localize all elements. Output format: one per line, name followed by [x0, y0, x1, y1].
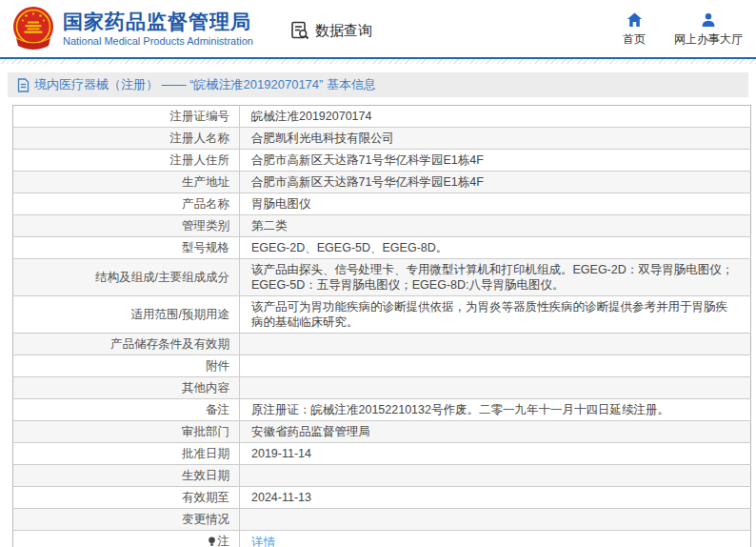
- table-row: 备注原注册证：皖械注准20152210132号作废。二零一九年十一月十四日延续注…: [13, 399, 751, 421]
- row-value: 合肥市高新区天达路71号华亿科学园E1栋4F: [240, 150, 751, 172]
- breadcrumb: 境内医疗器械（注册） —— “皖械注准20192070174” 基本信息: [8, 72, 748, 97]
- row-value: 该产品可为胃功能疾病的诊断提供依据，为胃炎等器质性疾病的诊断提供参考并用于胃肠疾…: [240, 296, 751, 334]
- row-label-text: 备注: [206, 403, 229, 416]
- document-icon: [17, 78, 30, 92]
- row-label: 注册人名称: [13, 128, 240, 150]
- table-row: 变更情况: [13, 509, 751, 531]
- row-label: 产品储存条件及有效期: [13, 334, 240, 355]
- row-value-text: 该产品可为胃功能疾病的诊断提供依据，为胃炎等器质性疾病的诊断提供参考并用于胃肠疾…: [251, 300, 727, 329]
- nav-label-home: 首页: [623, 31, 646, 48]
- table-row: 生产地址合肥市高新区天达路71号华亿科学园E1栋4F: [13, 172, 751, 193]
- row-label: 审批部门: [13, 421, 240, 443]
- row-label-text: 注册人名称: [170, 132, 230, 145]
- info-table-body: 注册证编号皖械注准20192070174注册人名称合肥凯利光电科技有限公司注册人…: [13, 106, 751, 547]
- table-row: 结构及组成/主要组成成分该产品由探头、信号处理卡、专用微型计算机和打印机组成。E…: [13, 259, 751, 296]
- table-row: 注详情: [13, 531, 751, 547]
- row-value: 详情: [240, 531, 751, 547]
- row-label: 型号规格: [13, 237, 240, 259]
- table-row: 注册人名称合肥凯利光电科技有限公司: [13, 128, 751, 150]
- table-row: 生效日期: [13, 465, 751, 487]
- site-header: 国家药品监督管理局 National Medical Products Admi…: [0, 0, 756, 57]
- row-label: 批准日期: [13, 443, 240, 465]
- row-label-text: 生产地址: [182, 175, 229, 189]
- table-row: 注册人住所合肥市高新区天达路71号华亿科学园E1栋4F: [13, 150, 751, 172]
- row-label: 其他内容: [13, 377, 240, 399]
- data-query-label: 数据查询: [315, 22, 372, 40]
- row-value-text: 第二类: [251, 219, 288, 233]
- row-label: 有效期至: [13, 487, 240, 509]
- row-label: 结构及组成/主要组成成分: [13, 259, 240, 296]
- row-value: 合肥凯利光电科技有限公司: [240, 128, 751, 150]
- row-label-text: 审批部门: [182, 425, 229, 438]
- row-value-text: 2024-11-13: [251, 491, 311, 504]
- row-value: 第二类: [240, 215, 751, 237]
- row-label: 注册人住所: [13, 150, 240, 172]
- row-label-text: 注册证编号: [170, 110, 230, 123]
- data-query-entry[interactable]: 数据查询: [289, 20, 372, 41]
- national-emblem-icon: [11, 6, 55, 53]
- row-label-text: 适用范围/预期用途: [131, 308, 229, 321]
- table-row: 其他内容: [13, 377, 751, 399]
- user-icon: [701, 11, 716, 28]
- table-row: 注册证编号皖械注准20192070174: [13, 106, 751, 128]
- row-label-text: 有效期至: [182, 491, 229, 504]
- nav-label-service-hall: 网上办事大厅: [674, 31, 743, 48]
- row-value: 该产品由探头、信号处理卡、专用微型计算机和打印机组成。EGEG-2D：双导胃肠电…: [240, 259, 751, 296]
- row-value-text: 合肥市高新区天达路71号华亿科学园E1栋4F: [251, 153, 484, 167]
- row-label: 变更情况: [13, 509, 240, 531]
- site-title-block: 国家药品监督管理局 National Medical Products Admi…: [63, 10, 253, 47]
- row-value-text: 安徽省药品监督管理局: [251, 425, 370, 438]
- row-label: 附件: [13, 355, 240, 377]
- row-value-text: 合肥市高新区天达路71号华亿科学园E1栋4F: [251, 175, 484, 189]
- row-value-text: 该产品由探头、信号处理卡、专用微型计算机和打印机组成。EGEG-2D：双导胃肠电…: [251, 263, 733, 292]
- table-row: 有效期至2024-11-13: [13, 487, 751, 509]
- row-label-text: 其他内容: [182, 381, 229, 395]
- home-icon: [627, 11, 643, 28]
- breadcrumb-text: 境内医疗器械（注册） —— “皖械注准20192070174” 基本信息: [34, 76, 376, 93]
- nav-item-service-hall[interactable]: 网上办事大厅: [674, 11, 743, 48]
- table-row: 管理类别第二类: [13, 215, 751, 237]
- row-value: EGEG-2D、EGEG-5D、EGEG-8D。: [240, 237, 751, 259]
- row-value: [240, 377, 751, 399]
- data-query-icon: [289, 20, 310, 41]
- row-label-text: 生效日期: [182, 469, 229, 482]
- row-value: 安徽省药品监督管理局: [240, 421, 751, 443]
- row-label-text: 管理类别: [182, 219, 229, 233]
- row-value: [240, 334, 751, 355]
- row-value: [240, 355, 751, 377]
- row-label-text: 附件: [206, 359, 229, 373]
- info-table: 注册证编号皖械注准20192070174注册人名称合肥凯利光电科技有限公司注册人…: [12, 105, 751, 547]
- table-row: 批准日期2019-11-14: [13, 443, 751, 465]
- table-row: 审批部门安徽省药品监督管理局: [13, 421, 751, 443]
- row-label-text: 产品储存条件及有效期: [110, 337, 229, 351]
- row-value-text: 2019-11-14: [251, 447, 311, 460]
- row-label: 备注: [13, 399, 240, 421]
- row-value: 合肥市高新区天达路71号华亿科学园E1栋4F: [240, 172, 751, 193]
- row-value: 皖械注准20192070174: [240, 106, 751, 128]
- site-title: 国家药品监督管理局: [63, 10, 253, 32]
- row-label-text: 结构及组成/主要组成成分: [95, 271, 229, 284]
- row-label-text: 批准日期: [182, 447, 229, 460]
- note-icon: [208, 536, 216, 547]
- row-label: 产品名称: [13, 193, 240, 215]
- row-value: 2024-11-13: [240, 487, 751, 509]
- table-row: 产品名称胃肠电图仪: [13, 193, 751, 215]
- site-subtitle: National Medical Products Administration: [63, 35, 253, 47]
- row-value: 胃肠电图仪: [240, 193, 751, 215]
- table-row: 适用范围/预期用途该产品可为胃功能疾病的诊断提供依据，为胃炎等器质性疾病的诊断提…: [13, 296, 751, 334]
- hatch-strip: [0, 59, 756, 64]
- row-value: 2019-11-14: [240, 443, 751, 465]
- row-label: 注: [13, 531, 240, 547]
- row-value-text: 原注册证：皖械注准20152210132号作废。二零一九年十一月十四日延续注册。: [251, 403, 669, 416]
- row-value: [240, 509, 751, 531]
- row-label: 生效日期: [13, 465, 240, 487]
- row-value-text: EGEG-2D、EGEG-5D、EGEG-8D。: [251, 241, 448, 254]
- detail-link[interactable]: 详情: [251, 536, 275, 547]
- nav-item-home[interactable]: 首页: [623, 11, 646, 48]
- row-label-text: 变更情况: [182, 513, 229, 526]
- row-label-text: 产品名称: [182, 197, 229, 211]
- row-label: 生产地址: [13, 172, 240, 193]
- row-value: [240, 465, 751, 487]
- row-label-text: 型号规格: [182, 241, 229, 254]
- top-nav: 首页 网上办事大厅: [623, 11, 743, 48]
